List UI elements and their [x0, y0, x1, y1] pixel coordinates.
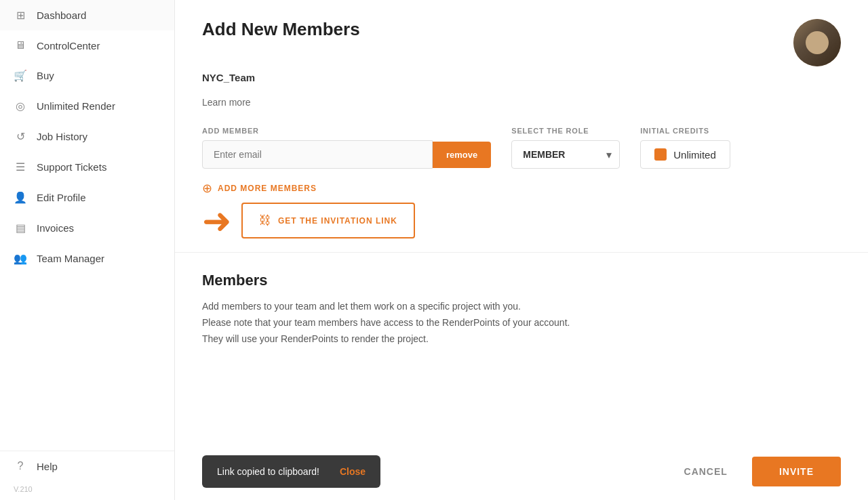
learn-more-link[interactable]: Learn more — [175, 83, 868, 108]
avatar — [793, 19, 841, 66]
role-label: SELECT THE ROLE — [511, 127, 620, 135]
add-member-form: ADD MEMBER remove SELECT THE ROLE MEMBER… — [175, 108, 868, 169]
invitation-label: GET THE INVITATION LINK — [278, 216, 397, 226]
avatar-image — [793, 19, 841, 66]
team-icon: 👥 — [14, 252, 27, 265]
toast-notification: Link copied to clipboard! Close — [202, 455, 380, 488]
bottom-bar: Link copied to clipboard! Close CANCEL I… — [175, 443, 868, 500]
toast-close-button[interactable]: Close — [340, 466, 366, 477]
sidebar-label-buy: Buy — [37, 70, 54, 81]
tickets-icon: ☰ — [14, 161, 27, 173]
arrow-icon: ➜ — [202, 203, 232, 238]
sidebar: ⊞ Dashboard 🖥 ControlCenter 🛒 Buy ◎ Unli… — [0, 0, 175, 500]
sidebar-item-editprofile[interactable]: 👤 Edit Profile — [0, 182, 174, 213]
team-name: NYC_Team — [175, 66, 868, 83]
credits-value: Unlimited — [673, 149, 716, 161]
sidebar-label-help: Help — [37, 461, 58, 472]
form-row: ADD MEMBER remove SELECT THE ROLE MEMBER… — [202, 127, 841, 169]
members-section: Members Add members to your team and let… — [175, 253, 868, 347]
sidebar-label-supporttickets: Support Tickets — [37, 161, 106, 173]
sidebar-item-unlimitedrender[interactable]: ◎ Unlimited Render — [0, 91, 174, 121]
credits-label: INITIAL CREDITS — [640, 127, 730, 135]
page-header: Add New Members — [175, 0, 868, 66]
sidebar-item-invoices[interactable]: ▤ Invoices — [0, 213, 174, 243]
version-label: V.210 — [0, 481, 174, 500]
help-icon: ? — [14, 460, 27, 472]
get-invitation-link-button[interactable]: ⛓ GET THE INVITATION LINK — [241, 203, 415, 238]
main-content: Add New Members NYC_Team Learn more ADD … — [175, 0, 868, 500]
role-group: SELECT THE ROLE MEMBER ADMIN VIEWER ▾ — [511, 127, 620, 169]
sidebar-item-controlcenter[interactable]: 🖥 ControlCenter — [0, 30, 174, 60]
cart-icon: 🛒 — [14, 69, 27, 82]
remove-button[interactable]: remove — [433, 142, 491, 168]
sidebar-item-buy[interactable]: 🛒 Buy — [0, 60, 174, 91]
credits-display: Unlimited — [640, 140, 730, 169]
members-desc-line3: They will use your RenderPoints to rende… — [202, 331, 841, 348]
invitation-area: ➜ ⛓ GET THE INVITATION LINK — [175, 196, 868, 238]
history-icon: ↺ — [14, 130, 27, 143]
sidebar-label-controlcenter: ControlCenter — [37, 40, 100, 51]
sidebar-item-jobhistory[interactable]: ↺ Job History — [0, 121, 174, 152]
sidebar-item-dashboard[interactable]: ⊞ Dashboard — [0, 0, 174, 30]
cancel-button[interactable]: CANCEL — [671, 457, 741, 486]
link-icon: ⛓ — [259, 213, 271, 228]
monitor-icon: 🖥 — [14, 39, 27, 51]
plus-icon: ⊕ — [202, 181, 212, 196]
role-select[interactable]: MEMBER ADMIN VIEWER — [511, 140, 620, 169]
page-title: Add New Members — [202, 19, 360, 40]
sidebar-label-teammanager: Team Manager — [37, 253, 104, 264]
members-desc-line2: Please note that your team members have … — [202, 315, 841, 331]
dashboard-icon: ⊞ — [14, 9, 27, 22]
sidebar-label-invoices: Invoices — [37, 222, 74, 234]
header-left: Add New Members — [202, 19, 360, 40]
credits-dot — [654, 148, 667, 161]
member-input-group: ADD MEMBER remove — [202, 127, 491, 169]
sidebar-item-teammanager[interactable]: 👥 Team Manager — [0, 243, 174, 274]
members-desc-line1: Add members to your team and let them wo… — [202, 299, 841, 315]
sidebar-item-supporttickets[interactable]: ☰ Support Tickets — [0, 152, 174, 182]
add-more-row[interactable]: ⊕ ADD MORE MEMBERS — [175, 169, 868, 196]
role-select-wrapper: MEMBER ADMIN VIEWER ▾ — [511, 140, 620, 169]
sidebar-label-unlimitedrender: Unlimited Render — [37, 100, 115, 112]
sidebar-label-jobhistory: Job History — [37, 131, 87, 142]
members-title: Members — [202, 272, 841, 289]
add-more-label: ADD MORE MEMBERS — [218, 184, 317, 193]
sidebar-label-editprofile: Edit Profile — [37, 192, 86, 203]
toast-message: Link copied to clipboard! — [217, 466, 319, 477]
render-icon: ◎ — [14, 100, 27, 112]
credits-group: INITIAL CREDITS Unlimited — [640, 127, 730, 169]
email-field[interactable] — [202, 140, 433, 169]
add-member-label: ADD MEMBER — [202, 127, 491, 135]
sidebar-item-help[interactable]: ? Help — [0, 451, 174, 481]
invite-button[interactable]: INVITE — [752, 457, 841, 486]
profile-icon: 👤 — [14, 191, 27, 204]
member-input-row: remove — [202, 140, 491, 169]
invoice-icon: ▤ — [14, 222, 27, 234]
sidebar-label-dashboard: Dashboard — [37, 9, 86, 21]
